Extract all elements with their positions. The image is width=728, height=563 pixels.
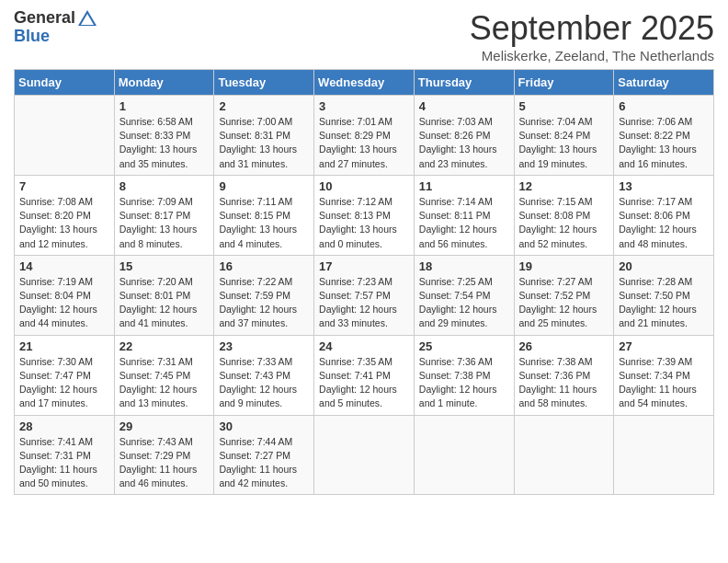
day-info: Sunrise: 7:41 AM Sunset: 7:31 PM Dayligh… [19, 435, 109, 491]
calendar-cell: 13Sunrise: 7:17 AM Sunset: 8:06 PM Dayli… [614, 175, 714, 255]
calendar-cell: 6Sunrise: 7:06 AM Sunset: 8:22 PM Daylig… [614, 96, 714, 176]
day-info: Sunrise: 7:19 AM Sunset: 8:04 PM Dayligh… [19, 275, 109, 331]
calendar-cell: 20Sunrise: 7:28 AM Sunset: 7:50 PM Dayli… [614, 255, 714, 335]
calendar-cell: 5Sunrise: 7:04 AM Sunset: 8:24 PM Daylig… [514, 96, 614, 176]
day-number: 16 [219, 259, 309, 273]
calendar-cell: 23Sunrise: 7:33 AM Sunset: 7:43 PM Dayli… [214, 335, 314, 415]
day-number: 30 [219, 419, 309, 433]
day-number: 26 [519, 339, 609, 353]
day-info: Sunrise: 7:15 AM Sunset: 8:08 PM Dayligh… [519, 195, 609, 251]
day-info: Sunrise: 7:04 AM Sunset: 8:24 PM Dayligh… [519, 115, 609, 171]
calendar-cell: 8Sunrise: 7:09 AM Sunset: 8:17 PM Daylig… [114, 175, 214, 255]
column-header-saturday: Saturday [614, 70, 714, 96]
calendar-cell: 11Sunrise: 7:14 AM Sunset: 8:11 PM Dayli… [414, 175, 514, 255]
calendar-cell: 4Sunrise: 7:03 AM Sunset: 8:26 PM Daylig… [414, 96, 514, 176]
day-number: 9 [219, 179, 309, 193]
column-header-tuesday: Tuesday [214, 70, 314, 96]
calendar-cell: 9Sunrise: 7:11 AM Sunset: 8:15 PM Daylig… [214, 175, 314, 255]
day-number: 6 [619, 99, 709, 113]
day-info: Sunrise: 7:22 AM Sunset: 7:59 PM Dayligh… [219, 275, 309, 331]
calendar-cell: 24Sunrise: 7:35 AM Sunset: 7:41 PM Dayli… [314, 335, 415, 415]
day-number: 10 [319, 179, 409, 193]
calendar-cell: 27Sunrise: 7:39 AM Sunset: 7:34 PM Dayli… [614, 335, 714, 415]
day-info: Sunrise: 7:08 AM Sunset: 8:20 PM Dayligh… [19, 195, 109, 251]
page-header: General Blue September 2025 Meliskerke, … [14, 9, 714, 63]
day-info: Sunrise: 7:28 AM Sunset: 7:50 PM Dayligh… [619, 275, 709, 331]
day-number: 19 [519, 259, 609, 273]
day-number: 8 [119, 179, 210, 193]
calendar-cell: 29Sunrise: 7:43 AM Sunset: 7:29 PM Dayli… [114, 415, 214, 495]
column-header-wednesday: Wednesday [314, 70, 415, 96]
calendar-cell: 16Sunrise: 7:22 AM Sunset: 7:59 PM Dayli… [214, 255, 314, 335]
calendar-cell: 7Sunrise: 7:08 AM Sunset: 8:20 PM Daylig… [15, 175, 115, 255]
day-number: 5 [519, 99, 609, 113]
calendar-cell: 26Sunrise: 7:38 AM Sunset: 7:36 PM Dayli… [514, 335, 614, 415]
calendar-cell [614, 415, 714, 495]
day-info: Sunrise: 7:17 AM Sunset: 8:06 PM Dayligh… [619, 195, 709, 251]
day-number: 21 [19, 339, 109, 353]
day-number: 28 [19, 419, 109, 433]
calendar-cell: 17Sunrise: 7:23 AM Sunset: 7:57 PM Dayli… [314, 255, 415, 335]
day-info: Sunrise: 7:30 AM Sunset: 7:47 PM Dayligh… [19, 355, 109, 411]
calendar-cell: 18Sunrise: 7:25 AM Sunset: 7:54 PM Dayli… [414, 255, 514, 335]
calendar-cell: 10Sunrise: 7:12 AM Sunset: 8:13 PM Dayli… [314, 175, 415, 255]
page-location: Meliskerke, Zeeland, The Netherlands [470, 48, 714, 63]
day-info: Sunrise: 7:25 AM Sunset: 7:54 PM Dayligh… [419, 275, 509, 331]
day-info: Sunrise: 7:09 AM Sunset: 8:17 PM Dayligh… [119, 195, 210, 251]
week-row-4: 21Sunrise: 7:30 AM Sunset: 7:47 PM Dayli… [15, 335, 714, 415]
column-header-sunday: Sunday [15, 70, 115, 96]
day-number: 3 [319, 99, 409, 113]
day-info: Sunrise: 7:14 AM Sunset: 8:11 PM Dayligh… [419, 195, 509, 251]
day-info: Sunrise: 7:12 AM Sunset: 8:13 PM Dayligh… [319, 195, 409, 251]
week-row-3: 14Sunrise: 7:19 AM Sunset: 8:04 PM Dayli… [15, 255, 714, 335]
day-info: Sunrise: 7:31 AM Sunset: 7:45 PM Dayligh… [119, 355, 210, 411]
calendar-cell [414, 415, 514, 495]
logo-blue: Blue [14, 28, 99, 46]
day-info: Sunrise: 7:38 AM Sunset: 7:36 PM Dayligh… [519, 355, 609, 411]
day-number: 29 [119, 419, 210, 433]
day-info: Sunrise: 7:27 AM Sunset: 7:52 PM Dayligh… [519, 275, 609, 331]
calendar-cell: 2Sunrise: 7:00 AM Sunset: 8:31 PM Daylig… [214, 96, 314, 176]
calendar-table: SundayMondayTuesdayWednesdayThursdayFrid… [14, 69, 714, 495]
day-info: Sunrise: 7:11 AM Sunset: 8:15 PM Dayligh… [219, 195, 309, 251]
day-info: Sunrise: 7:44 AM Sunset: 7:27 PM Dayligh… [219, 435, 309, 491]
column-header-thursday: Thursday [414, 70, 514, 96]
logo-general: General [14, 8, 75, 27]
day-info: Sunrise: 7:03 AM Sunset: 8:26 PM Dayligh… [419, 115, 509, 171]
logo: General Blue [14, 9, 99, 46]
day-number: 18 [419, 259, 509, 273]
calendar-cell: 25Sunrise: 7:36 AM Sunset: 7:38 PM Dayli… [414, 335, 514, 415]
day-info: Sunrise: 7:23 AM Sunset: 7:57 PM Dayligh… [319, 275, 409, 331]
calendar-cell: 22Sunrise: 7:31 AM Sunset: 7:45 PM Dayli… [114, 335, 214, 415]
day-number: 4 [419, 99, 509, 113]
calendar-cell: 28Sunrise: 7:41 AM Sunset: 7:31 PM Dayli… [15, 415, 115, 495]
day-number: 20 [619, 259, 709, 273]
day-number: 25 [419, 339, 509, 353]
day-info: Sunrise: 7:01 AM Sunset: 8:29 PM Dayligh… [319, 115, 409, 171]
calendar-cell: 21Sunrise: 7:30 AM Sunset: 7:47 PM Dayli… [15, 335, 115, 415]
calendar-cell: 30Sunrise: 7:44 AM Sunset: 7:27 PM Dayli… [214, 415, 314, 495]
column-header-friday: Friday [514, 70, 614, 96]
day-number: 27 [619, 339, 709, 353]
day-number: 22 [119, 339, 210, 353]
column-header-monday: Monday [114, 70, 214, 96]
day-number: 2 [219, 99, 309, 113]
week-row-5: 28Sunrise: 7:41 AM Sunset: 7:31 PM Dayli… [15, 415, 714, 495]
day-number: 1 [119, 99, 210, 113]
calendar-cell: 14Sunrise: 7:19 AM Sunset: 8:04 PM Dayli… [15, 255, 115, 335]
day-info: Sunrise: 7:33 AM Sunset: 7:43 PM Dayligh… [219, 355, 309, 411]
week-row-2: 7Sunrise: 7:08 AM Sunset: 8:20 PM Daylig… [15, 175, 714, 255]
calendar-cell [314, 415, 415, 495]
day-info: Sunrise: 7:06 AM Sunset: 8:22 PM Dayligh… [619, 115, 709, 171]
week-row-1: 1Sunrise: 6:58 AM Sunset: 8:33 PM Daylig… [15, 96, 714, 176]
day-number: 23 [219, 339, 309, 353]
day-number: 17 [319, 259, 409, 273]
calendar-cell: 1Sunrise: 6:58 AM Sunset: 8:33 PM Daylig… [114, 96, 214, 176]
day-info: Sunrise: 6:58 AM Sunset: 8:33 PM Dayligh… [119, 115, 210, 171]
calendar-cell: 12Sunrise: 7:15 AM Sunset: 8:08 PM Dayli… [514, 175, 614, 255]
logo-text: General [14, 9, 99, 28]
calendar-cell: 3Sunrise: 7:01 AM Sunset: 8:29 PM Daylig… [314, 96, 415, 176]
calendar-header-row: SundayMondayTuesdayWednesdayThursdayFrid… [15, 70, 714, 96]
page-title: September 2025 [470, 9, 714, 48]
day-info: Sunrise: 7:36 AM Sunset: 7:38 PM Dayligh… [419, 355, 509, 411]
